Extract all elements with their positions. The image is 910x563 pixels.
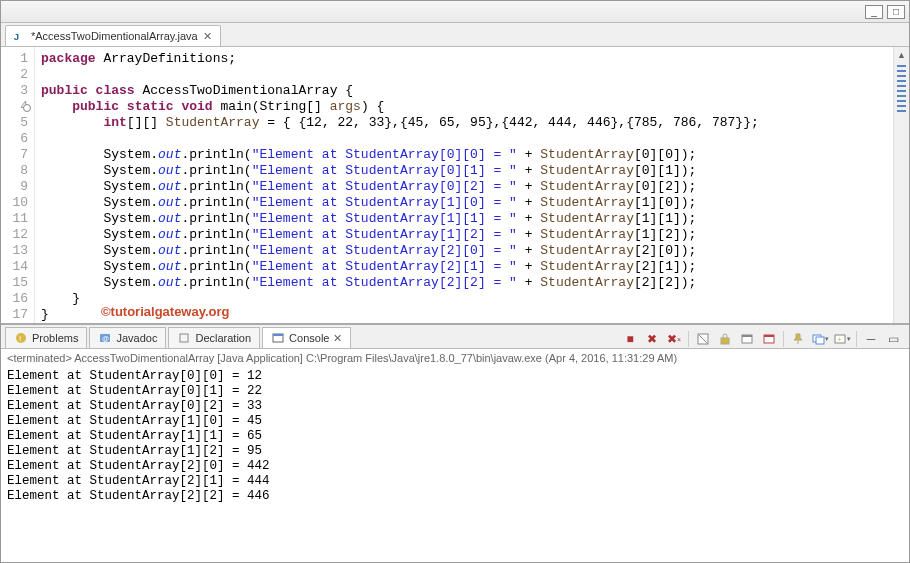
line-number: 6 bbox=[1, 131, 28, 147]
svg-text:@: @ bbox=[102, 335, 109, 342]
code-content[interactable]: package ArrayDefinitions; public class A… bbox=[35, 47, 893, 323]
open-console-button[interactable]: +▾ bbox=[832, 330, 852, 348]
svg-rect-10 bbox=[721, 338, 729, 344]
svg-rect-16 bbox=[816, 337, 824, 344]
console-toolbar: ■ ✖ ✖× ▾ +▾ ─ ▭ bbox=[620, 330, 909, 348]
line-number: 13 bbox=[1, 243, 28, 259]
svg-rect-5 bbox=[180, 334, 188, 342]
window-titlebar: _ □ bbox=[1, 1, 909, 23]
line-number: 12 bbox=[1, 227, 28, 243]
line-number: 17 bbox=[1, 307, 28, 323]
tab-problems-label: Problems bbox=[32, 332, 78, 344]
maximize-button[interactable]: □ bbox=[887, 5, 905, 19]
line-number: 5 bbox=[1, 115, 28, 131]
line-number: 3 bbox=[1, 83, 28, 99]
java-file-icon: J bbox=[12, 29, 26, 43]
svg-rect-14 bbox=[764, 335, 774, 337]
tab-declaration-label: Declaration bbox=[195, 332, 251, 344]
svg-text:J: J bbox=[14, 31, 19, 42]
show-console-when-error-button[interactable] bbox=[759, 330, 779, 348]
tab-declaration[interactable]: Declaration bbox=[168, 327, 260, 348]
console-launch-info: <terminated> AccessTwoDimentionalArray [… bbox=[1, 349, 909, 367]
minimize-button[interactable]: _ bbox=[865, 5, 883, 19]
clear-console-button[interactable] bbox=[693, 330, 713, 348]
tab-console[interactable]: Console ✕ bbox=[262, 327, 351, 348]
line-number: 8 bbox=[1, 163, 28, 179]
line-number: 2 bbox=[1, 67, 28, 83]
tab-console-label: Console bbox=[289, 332, 329, 344]
remove-launch-button[interactable]: ✖ bbox=[642, 330, 662, 348]
line-number: 14 bbox=[1, 259, 28, 275]
tab-problems[interactable]: ! Problems bbox=[5, 327, 87, 348]
editor-vertical-scrollbar[interactable]: ▲ bbox=[893, 47, 909, 323]
problems-icon: ! bbox=[14, 331, 28, 345]
tab-javadoc[interactable]: @ Javadoc bbox=[89, 327, 166, 348]
show-console-when-output-button[interactable] bbox=[737, 330, 757, 348]
watermark-text: ©tutorialgateway.org bbox=[101, 304, 230, 319]
line-number: 4 bbox=[1, 99, 28, 115]
minimize-view-button[interactable]: ─ bbox=[861, 330, 881, 348]
line-number: 11 bbox=[1, 211, 28, 227]
line-number-gutter: 1 2 3 4 5 6 7 8 9 10 11 12 13 14 15 16 1… bbox=[1, 47, 35, 323]
bottom-view-tabstrip: ! Problems @ Javadoc Declaration Console… bbox=[1, 325, 909, 349]
line-number: 9 bbox=[1, 179, 28, 195]
tab-javadoc-label: Javadoc bbox=[116, 332, 157, 344]
console-icon bbox=[271, 331, 285, 345]
tab-console-close-icon[interactable]: ✕ bbox=[333, 332, 342, 345]
svg-text:!: ! bbox=[19, 334, 21, 343]
editor-tab-title: *AccessTwoDimentionalArray.java bbox=[31, 30, 198, 42]
scroll-lock-button[interactable] bbox=[715, 330, 735, 348]
toolbar-separator bbox=[856, 331, 857, 347]
remove-all-terminated-button[interactable]: ✖× bbox=[664, 330, 684, 348]
javadoc-icon: @ bbox=[98, 331, 112, 345]
console-output[interactable]: Element at StudentArray[0][0] = 12 Eleme… bbox=[1, 367, 909, 562]
editor-tab-active[interactable]: J *AccessTwoDimentionalArray.java ✕ bbox=[5, 25, 221, 46]
terminate-button[interactable]: ■ bbox=[620, 330, 640, 348]
scroll-up-arrow-icon[interactable]: ▲ bbox=[894, 47, 909, 63]
line-number: 1 bbox=[1, 51, 28, 67]
code-editor[interactable]: 1 2 3 4 5 6 7 8 9 10 11 12 13 14 15 16 1… bbox=[1, 47, 909, 325]
line-number: 15 bbox=[1, 275, 28, 291]
overview-ruler bbox=[897, 65, 906, 115]
line-number: 7 bbox=[1, 147, 28, 163]
editor-tabstrip: J *AccessTwoDimentionalArray.java ✕ bbox=[1, 23, 909, 47]
toolbar-separator bbox=[688, 331, 689, 347]
display-selected-console-button[interactable]: ▾ bbox=[810, 330, 830, 348]
maximize-view-button[interactable]: ▭ bbox=[883, 330, 903, 348]
line-number: 10 bbox=[1, 195, 28, 211]
pin-console-button[interactable] bbox=[788, 330, 808, 348]
svg-rect-12 bbox=[742, 335, 752, 337]
declaration-icon bbox=[177, 331, 191, 345]
svg-rect-7 bbox=[273, 334, 283, 336]
toolbar-separator bbox=[783, 331, 784, 347]
line-number: 16 bbox=[1, 291, 28, 307]
svg-text:+: + bbox=[837, 335, 842, 344]
editor-tab-close-icon[interactable]: ✕ bbox=[203, 30, 212, 43]
